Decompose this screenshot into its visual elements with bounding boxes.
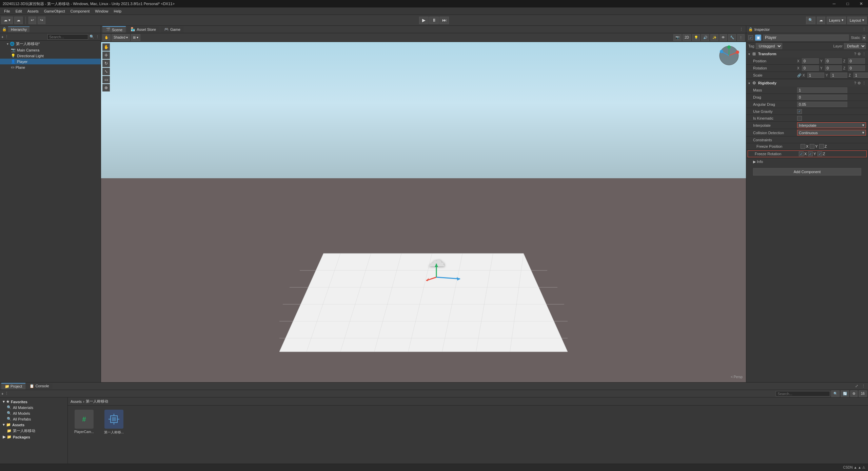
sync-btn[interactable]: 🔄 bbox=[841, 390, 849, 397]
object-name-input[interactable] bbox=[763, 35, 849, 41]
add-component-button[interactable]: Add Component bbox=[753, 168, 861, 176]
scene-tab-assetstore[interactable]: 🏪 Asset Store bbox=[127, 26, 159, 32]
rigidbody-header[interactable]: ▾ ⚙ Rigidbody ? ⚙ ⋮ bbox=[746, 79, 868, 87]
freeze-rot-y-check[interactable] bbox=[808, 151, 813, 156]
toolbar-undo[interactable]: ↩ bbox=[28, 17, 36, 24]
sidebar-assets[interactable]: ▾ 📁 Assets bbox=[1, 422, 66, 428]
gizmos-btn[interactable]: 🔧 bbox=[728, 34, 736, 41]
scale-z-input[interactable] bbox=[853, 73, 868, 78]
mass-input[interactable] bbox=[797, 87, 847, 93]
interpolate-dropdown[interactable]: Interpolate ▾ bbox=[797, 122, 866, 128]
toolbar-collab[interactable]: ☁ bbox=[14, 17, 23, 24]
sidebar-all-models[interactable]: 🔍 All Models bbox=[1, 410, 66, 416]
hand-left-btn[interactable]: ✋ bbox=[102, 43, 110, 51]
freeze-rot-z-check[interactable] bbox=[817, 151, 822, 156]
scene-tab-scene[interactable]: 🎬 Scene bbox=[102, 26, 126, 33]
position-x-input[interactable] bbox=[802, 58, 819, 64]
add-asset-btn[interactable]: + bbox=[1, 392, 3, 396]
hand-tool[interactable]: ✋ bbox=[102, 34, 111, 41]
menu-assets[interactable]: Assets bbox=[25, 8, 41, 14]
rect-btn[interactable]: ▭ bbox=[102, 76, 110, 83]
inspector-options[interactable]: ⋮ bbox=[862, 27, 866, 32]
console-tab[interactable]: 📋 Console bbox=[26, 383, 52, 389]
layout-dropdown[interactable]: Layout ▾ bbox=[847, 17, 867, 24]
static-dropdown[interactable]: ▾ bbox=[862, 35, 866, 40]
rotation-x-input[interactable] bbox=[802, 65, 819, 71]
project-search[interactable] bbox=[776, 391, 830, 396]
maximize-button[interactable]: □ bbox=[841, 0, 854, 7]
play-button[interactable]: ▶ bbox=[419, 17, 429, 24]
fx-btn[interactable]: ✨ bbox=[710, 34, 718, 41]
menu-file[interactable]: File bbox=[1, 8, 13, 14]
rotation-y-input[interactable] bbox=[825, 65, 842, 71]
inspector-tab[interactable]: Inspector bbox=[754, 27, 770, 32]
transform-help[interactable]: ? bbox=[854, 52, 856, 56]
transform-btn[interactable]: ⊕ bbox=[102, 84, 110, 91]
scene-viewport[interactable]: ☁ ✋ ✛ ↻ ⤡ ▭ ⊕ bbox=[101, 42, 746, 382]
menu-edit[interactable]: Edit bbox=[13, 8, 25, 14]
audio-btn[interactable]: 🔊 bbox=[701, 34, 709, 41]
hierarchy-search[interactable] bbox=[47, 34, 88, 40]
rigidbody-settings-btn[interactable]: ⚙ bbox=[857, 81, 861, 85]
hierarchy-item-camera[interactable]: 📷 Main Camera bbox=[0, 47, 101, 53]
transform-header[interactable]: ▾ ⊞ Transform ? ⚙ ⋮ bbox=[746, 50, 868, 58]
is-kinematic-checkbox[interactable] bbox=[797, 116, 802, 121]
breadcrumb-assets[interactable]: Assets bbox=[71, 400, 82, 404]
more-scene-btn[interactable]: ⋮ bbox=[737, 34, 745, 41]
toolbar-redo[interactable]: ↪ bbox=[38, 17, 45, 24]
2d-btn[interactable]: 2D bbox=[683, 34, 691, 41]
freeze-pos-z-check[interactable] bbox=[819, 144, 824, 149]
hierarchy-search-btn[interactable]: 🔍 bbox=[90, 35, 94, 39]
add-hierarchy-btn[interactable]: + bbox=[1, 35, 3, 39]
menu-gameobject[interactable]: GameObject bbox=[41, 8, 68, 14]
rigidbody-help[interactable]: ? bbox=[854, 81, 856, 85]
scene-more-options[interactable]: ⋮ bbox=[738, 27, 745, 32]
services-btn[interactable]: ☁ bbox=[817, 17, 825, 24]
scale-btn[interactable]: ⤡ bbox=[102, 68, 110, 75]
layer-dropdown[interactable]: Default bbox=[844, 43, 866, 49]
panel-maximize[interactable]: ⤢ bbox=[854, 384, 860, 388]
angular-drag-input[interactable] bbox=[797, 102, 847, 107]
persp-btn[interactable]: 📷 bbox=[673, 34, 682, 41]
scene-visibility-btn[interactable]: 👁 bbox=[719, 34, 727, 41]
minimize-button[interactable]: ─ bbox=[827, 0, 841, 7]
breadcrumb-folder[interactable]: 第一人称移动 bbox=[86, 399, 108, 404]
panel-options[interactable]: ⋮ bbox=[860, 384, 867, 388]
scale-y-input[interactable] bbox=[830, 73, 847, 78]
hierarchy-item-player[interactable]: 👤 Player bbox=[0, 59, 101, 64]
menu-component[interactable]: Component bbox=[67, 8, 92, 14]
overlay-btn[interactable]: ⊞ ▾ bbox=[131, 34, 140, 41]
menu-window[interactable]: Window bbox=[92, 8, 111, 14]
layers-dropdown[interactable]: Layers ▾ bbox=[827, 17, 846, 24]
sidebar-all-materials[interactable]: 🔍 All Materials bbox=[1, 405, 66, 410]
transform-more[interactable]: ⋮ bbox=[862, 52, 866, 56]
transform-settings-btn[interactable]: ⚙ bbox=[857, 52, 861, 56]
collision-detection-dropdown[interactable]: Continuous ▾ bbox=[797, 130, 866, 136]
scene-tab-game[interactable]: 🎮 Game bbox=[161, 26, 184, 32]
shading-dropdown[interactable]: Shaded ▾ bbox=[112, 34, 130, 41]
sidebar-first-person-folder[interactable]: 📁 第一人称移动 bbox=[1, 428, 66, 434]
hierarchy-options[interactable]: ⋮ bbox=[5, 35, 8, 39]
sidebar-packages[interactable]: ▶ 📁 Packages bbox=[1, 434, 66, 440]
search-btn[interactable]: 🔍 bbox=[806, 17, 815, 24]
rotate-btn[interactable]: ↻ bbox=[102, 60, 110, 67]
hierarchy-item-light[interactable]: 💡 Directional Light bbox=[0, 53, 101, 59]
hierarchy-menu[interactable]: ⋮ bbox=[96, 35, 99, 39]
hierarchy-item-root[interactable]: ▾ 🌐 第一人称移动* bbox=[0, 41, 101, 47]
freeze-rot-x-check[interactable] bbox=[799, 151, 804, 156]
hierarchy-tab[interactable]: Hierarchy bbox=[8, 26, 29, 32]
close-button[interactable]: ✕ bbox=[854, 0, 868, 7]
toolbar-account[interactable]: ☁ ▾ bbox=[1, 17, 13, 24]
asset-item-script[interactable]: # PlayerCam... bbox=[71, 408, 98, 436]
rigidbody-more[interactable]: ⋮ bbox=[862, 81, 866, 85]
lighting-btn[interactable]: 💡 bbox=[692, 34, 700, 41]
menu-help[interactable]: Help bbox=[111, 8, 124, 14]
move-btn[interactable]: ✛ bbox=[102, 52, 110, 59]
sidebar-favorites[interactable]: ▾ ★ Favorites bbox=[1, 399, 66, 405]
object-active-checkbox[interactable] bbox=[748, 35, 753, 40]
sidebar-all-prefabs[interactable]: 🔍 All Prefabs bbox=[1, 416, 66, 422]
position-y-input[interactable] bbox=[825, 58, 842, 64]
position-z-input[interactable] bbox=[848, 58, 865, 64]
settings-btn[interactable]: ⚙ bbox=[850, 390, 857, 397]
step-button[interactable]: ⏭ bbox=[439, 17, 449, 24]
